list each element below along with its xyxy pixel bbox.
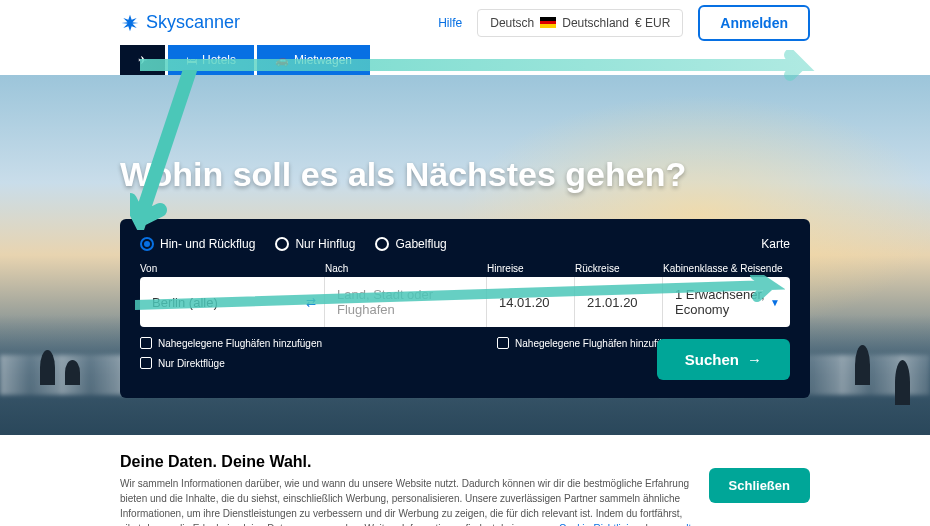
plane-icon: ✈ [138, 54, 147, 67]
from-value: Berlin (alle) [152, 295, 218, 310]
return-input[interactable]: 21.01.20 [575, 277, 663, 327]
radio-label: Gabelflug [395, 237, 446, 251]
cabin-label: Kabinenklasse & Reisende [663, 263, 790, 274]
from-label: Von [140, 263, 325, 274]
tab-flights[interactable]: ✈ [120, 45, 165, 75]
checkbox-icon [497, 337, 509, 349]
search-button-label: Suchen [685, 351, 739, 368]
flag-icon [540, 17, 556, 28]
radio-label: Nur Hinflug [295, 237, 355, 251]
from-input[interactable]: Berlin (alle) ⇄ [140, 277, 325, 327]
cookie-close-button[interactable]: Schließen [709, 468, 810, 503]
search-button[interactable]: Suchen → [657, 339, 790, 380]
to-label: Nach [325, 263, 487, 274]
cabin-input[interactable]: 1 Erwachsener, Economy ▼ [663, 277, 790, 327]
trip-type-row: Hin- und Rückflug Nur Hinflug Gabelflug … [140, 237, 790, 251]
trip-multi-radio[interactable]: Gabelflug [375, 237, 446, 251]
depart-label: Hinreise [487, 263, 575, 274]
chevron-down-icon: ▼ [770, 297, 780, 308]
search-fields: Berlin (alle) ⇄ Land, Stadt oder Flughaf… [140, 277, 790, 327]
checkbox-icon [140, 337, 152, 349]
cabin-value: 1 Erwachsener, Economy [675, 287, 778, 317]
locale-country: Deutschland [562, 16, 629, 30]
header-right: Hilfe Deutsch Deutschland € EUR Anmelden [438, 5, 810, 41]
brand-name: Skyscanner [146, 12, 240, 33]
direct-only-checkbox[interactable]: Nur Direktflüge [140, 357, 322, 369]
search-panel: Hin- und Rückflug Nur Hinflug Gabelflug … [120, 219, 810, 398]
checkbox-label: Nur Direktflüge [158, 358, 225, 369]
depart-input[interactable]: 14.01.20 [487, 277, 575, 327]
checkbox-label: Nahegelegene Flughäfen hinzufügen [158, 338, 322, 349]
map-link[interactable]: Karte [761, 237, 790, 251]
nearby-to-checkbox[interactable]: Nahegelegene Flughäfen hinzufügen [497, 337, 679, 349]
hero-section: Wohin soll es als Nächstes gehen? Hin- u… [0, 75, 930, 435]
brand-logo[interactable]: Skyscanner [120, 12, 240, 33]
to-input[interactable]: Land, Stadt oder Flughafen [325, 277, 487, 327]
checkbox-icon [140, 357, 152, 369]
checkbox-label: Nahegelegene Flughäfen hinzufügen [515, 338, 679, 349]
cookie-body-1: Wir sammeln Informationen darüber, wie u… [120, 478, 689, 526]
header: Skyscanner Hilfe Deutsch Deutschland € E… [0, 0, 930, 45]
tab-cars-label: Mietwagen [294, 53, 352, 67]
radio-icon [275, 237, 289, 251]
car-icon: 🚗 [275, 54, 289, 67]
locale-language: Deutsch [490, 16, 534, 30]
arrow-right-icon: → [747, 351, 762, 368]
tab-hotels-label: Hotels [202, 53, 236, 67]
tab-hotels[interactable]: 🛏 Hotels [168, 45, 254, 75]
cookie-body: Wir sammeln Informationen darüber, wie u… [120, 476, 700, 526]
login-button[interactable]: Anmelden [698, 5, 810, 41]
swap-icon[interactable]: ⇄ [306, 295, 316, 309]
help-link[interactable]: Hilfe [438, 16, 462, 30]
cookie-text: Deine Daten. Deine Wahl. Wir sammeln Inf… [120, 453, 700, 526]
skyscanner-icon [120, 13, 140, 33]
trip-oneway-radio[interactable]: Nur Hinflug [275, 237, 355, 251]
locale-currency: € EUR [635, 16, 670, 30]
nearby-from-checkbox[interactable]: Nahegelegene Flughäfen hinzufügen [140, 337, 322, 349]
cookie-title: Deine Daten. Deine Wahl. [120, 453, 700, 471]
cookie-banner: Deine Daten. Deine Wahl. Wir sammeln Inf… [0, 435, 930, 526]
tab-cars[interactable]: 🚗 Mietwagen [257, 45, 370, 75]
return-value: 21.01.20 [587, 295, 638, 310]
radio-icon [375, 237, 389, 251]
hero-title: Wohin soll es als Nächstes gehen? [120, 155, 810, 194]
field-labels: Von Nach Hinreise Rückreise Kabinenklass… [140, 263, 790, 274]
trip-roundtrip-radio[interactable]: Hin- und Rückflug [140, 237, 255, 251]
radio-icon [140, 237, 154, 251]
locale-button[interactable]: Deutsch Deutschland € EUR [477, 9, 683, 37]
to-placeholder: Land, Stadt oder Flughafen [337, 287, 474, 317]
product-tabs: ✈ 🛏 Hotels 🚗 Mietwagen [0, 45, 930, 75]
return-label: Rückreise [575, 263, 663, 274]
hero-content: Wohin soll es als Nächstes gehen? Hin- u… [0, 75, 930, 398]
depart-value: 14.01.20 [499, 295, 550, 310]
bed-icon: 🛏 [186, 54, 197, 66]
radio-label: Hin- und Rückflug [160, 237, 255, 251]
